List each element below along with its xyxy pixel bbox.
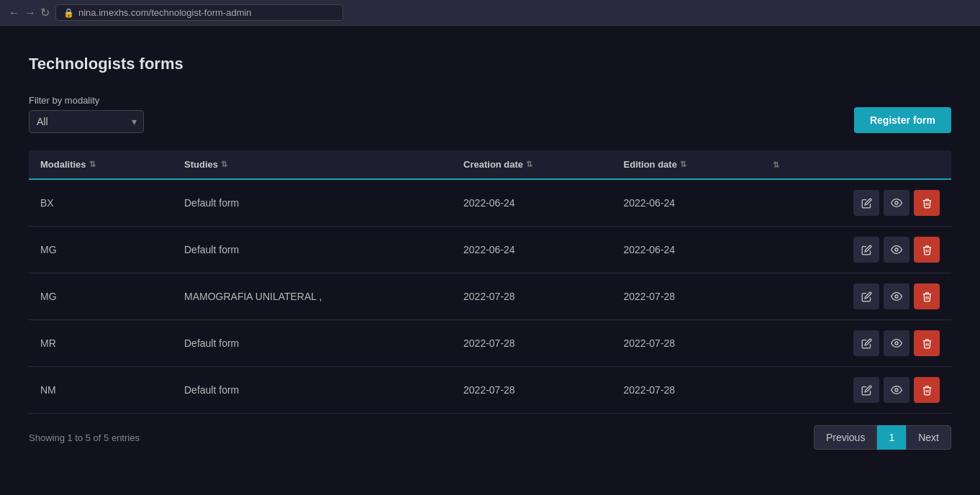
table-footer: Showing 1 to 5 of 5 entries Previous 1 N…: [29, 425, 951, 450]
cell-creation-date: 2022-06-24: [452, 227, 612, 273]
back-button[interactable]: ←: [9, 6, 20, 19]
cell-studies: Default form: [173, 227, 452, 273]
svg-point-0: [895, 201, 898, 204]
cell-studies: Default form: [173, 367, 452, 414]
cell-modality: MR: [29, 320, 173, 367]
cell-actions: [761, 367, 951, 414]
svg-point-1: [895, 248, 898, 251]
svg-point-4: [895, 389, 898, 391]
view-button[interactable]: [884, 190, 909, 216]
col-edition-date-label: Edition date: [624, 159, 677, 170]
forward-button[interactable]: →: [24, 6, 36, 19]
col-edition-date: Edition date ⇅: [612, 150, 761, 179]
cell-edition-date: 2022-06-24: [612, 227, 761, 273]
address-bar[interactable]: 🔒 nina.imexhs.com/technologist-form-admi…: [55, 4, 343, 21]
actions-group: [773, 237, 940, 263]
cell-creation-date: 2022-07-28: [452, 367, 612, 414]
cell-edition-date: 2022-07-28: [612, 273, 761, 320]
delete-button[interactable]: [914, 283, 940, 309]
cell-studies: MAMOGRAFIA UNILATERAL ,: [173, 273, 452, 320]
cell-creation-date: 2022-07-28: [452, 320, 612, 367]
sort-creation-icon[interactable]: ⇅: [526, 160, 532, 169]
col-studies: Studies ⇅: [173, 150, 452, 179]
edit-button[interactable]: [853, 377, 879, 403]
delete-button[interactable]: [914, 190, 940, 216]
pagination: Previous 1 Next: [814, 425, 951, 450]
delete-button[interactable]: [914, 377, 940, 403]
sort-edition-icon[interactable]: ⇅: [680, 160, 686, 169]
edit-button[interactable]: [853, 330, 879, 356]
cell-creation-date: 2022-07-28: [452, 273, 612, 320]
previous-button[interactable]: Previous: [814, 425, 877, 450]
entries-info: Showing 1 to 5 of 5 entries: [29, 432, 140, 443]
cell-modality: NM: [29, 367, 173, 414]
sort-modalities-icon[interactable]: ⇅: [89, 160, 96, 169]
page-1-button[interactable]: 1: [877, 425, 906, 450]
modality-select[interactable]: All BX MG MR NM: [29, 110, 144, 133]
table-row: NMDefault form2022-07-282022-07-28: [29, 367, 951, 414]
col-creation-date-label: Creation date: [463, 159, 523, 170]
svg-point-2: [895, 295, 898, 298]
svg-point-3: [895, 342, 898, 345]
col-modalities-label: Modalities: [40, 159, 86, 170]
table-header-row: Modalities ⇅ Studies ⇅ Creation date ⇅: [29, 150, 951, 179]
actions-group: [773, 377, 940, 403]
edit-button[interactable]: [853, 190, 879, 216]
view-button[interactable]: [884, 377, 909, 403]
cell-actions: [761, 320, 951, 367]
page-container: Technologists forms Filter by modality A…: [0, 26, 980, 464]
cell-edition-date: 2022-07-28: [612, 367, 761, 414]
delete-button[interactable]: [914, 330, 940, 356]
edit-button[interactable]: [853, 237, 879, 263]
actions-group: [773, 330, 940, 356]
next-button[interactable]: Next: [906, 425, 951, 450]
reload-button[interactable]: ↻: [40, 6, 50, 19]
cell-modality: MG: [29, 227, 173, 273]
url-text: nina.imexhs.com/technologist-form-admin: [78, 7, 252, 18]
nav-buttons[interactable]: ← → ↻: [9, 6, 50, 19]
view-button[interactable]: [884, 283, 909, 309]
data-table: Modalities ⇅ Studies ⇅ Creation date ⇅: [29, 150, 951, 414]
table-body: BXDefault form2022-06-242022-06-24MGDefa…: [29, 179, 951, 414]
browser-bar: ← → ↻ 🔒 nina.imexhs.com/technologist-for…: [0, 0, 980, 26]
view-button[interactable]: [884, 330, 909, 356]
view-button[interactable]: [884, 237, 909, 263]
filter-section: Filter by modality All BX MG MR NM: [29, 95, 144, 133]
modality-select-wrapper[interactable]: All BX MG MR NM: [29, 110, 144, 133]
table-row: MGMAMOGRAFIA UNILATERAL ,2022-07-282022-…: [29, 273, 951, 320]
col-studies-label: Studies: [184, 159, 218, 170]
cell-edition-date: 2022-06-24: [612, 179, 761, 227]
delete-button[interactable]: [914, 237, 940, 263]
cell-studies: Default form: [173, 179, 452, 227]
actions-group: [773, 190, 940, 216]
lock-icon: 🔒: [63, 8, 74, 18]
cell-actions: [761, 273, 951, 320]
col-actions: ⇅: [761, 150, 951, 179]
sort-studies-icon[interactable]: ⇅: [221, 160, 227, 169]
table-row: MRDefault form2022-07-282022-07-28: [29, 320, 951, 367]
cell-creation-date: 2022-06-24: [452, 179, 612, 227]
cell-modality: MG: [29, 273, 173, 320]
page-title: Technologists forms: [29, 55, 951, 73]
actions-group: [773, 283, 940, 309]
col-creation-date: Creation date ⇅: [452, 150, 612, 179]
top-bar: Filter by modality All BX MG MR NM Regis…: [29, 95, 951, 133]
filter-label: Filter by modality: [29, 95, 144, 106]
cell-actions: [761, 227, 951, 273]
sort-actions-icon[interactable]: ⇅: [773, 160, 779, 169]
edit-button[interactable]: [853, 283, 879, 309]
table-row: BXDefault form2022-06-242022-06-24: [29, 179, 951, 227]
register-form-button[interactable]: Register form: [854, 107, 951, 133]
col-modalities: Modalities ⇅: [29, 150, 173, 179]
cell-edition-date: 2022-07-28: [612, 320, 761, 367]
cell-modality: BX: [29, 179, 173, 227]
table-row: MGDefault form2022-06-242022-06-24: [29, 227, 951, 273]
cell-studies: Default form: [173, 320, 452, 367]
cell-actions: [761, 179, 951, 227]
